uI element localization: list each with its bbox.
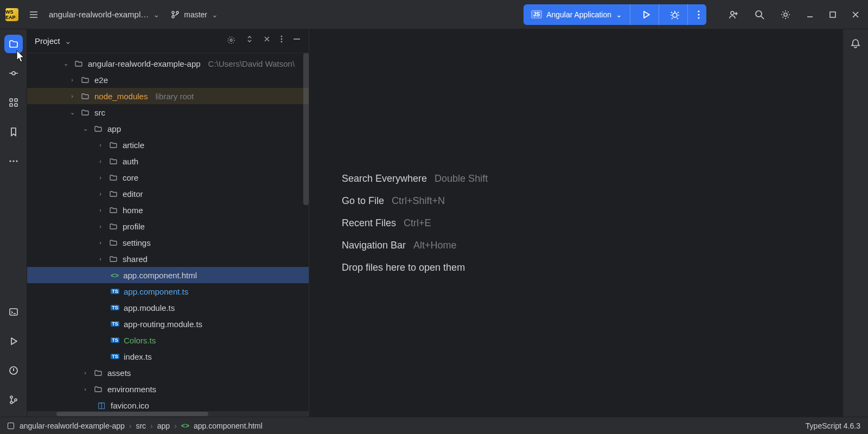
structure-tool-button[interactable] [4, 93, 23, 112]
hint-shortcut: Double Shift [435, 173, 488, 184]
chevron-right-icon: › [81, 369, 89, 376]
left-toolbar [0, 29, 27, 417]
minimize-icon[interactable] [806, 11, 814, 18]
run-tool-button[interactable] [4, 332, 23, 350]
tree-folder-environments[interactable]: › environments [27, 381, 309, 397]
tree-file-favicon[interactable]: ◫ favicon.ico [27, 397, 309, 411]
chevron-right-icon: › [174, 422, 177, 430]
crumb-item[interactable]: angular-realworld-example-app [20, 422, 125, 430]
svg-rect-13 [15, 99, 17, 101]
tree-file-app-module-ts[interactable]: TS app.module.ts [27, 299, 309, 316]
vertical-scrollbar[interactable] [303, 53, 309, 205]
commit-tool-button[interactable] [4, 64, 23, 82]
hint-label: Navigation Bar [342, 240, 406, 251]
crumb-item[interactable]: app.component.html [194, 422, 263, 430]
tree-folder-profile[interactable]: ›profile [27, 218, 309, 234]
svg-point-6 [698, 17, 699, 18]
chevron-down-icon: ⌄ [62, 60, 69, 67]
svg-point-27 [281, 39, 283, 40]
collapse-all-icon[interactable] [263, 35, 271, 47]
code-with-me-icon[interactable] [728, 9, 739, 20]
crumb-item[interactable]: app [157, 422, 170, 430]
chevron-down-icon: ⌄ [616, 10, 622, 19]
project-view-dropdown[interactable]: Project ⌄ [35, 36, 72, 46]
hint-label: Go to File [342, 195, 384, 207]
project-tool-button[interactable] [4, 35, 23, 53]
main-menu-button[interactable] [24, 9, 43, 20]
run-config-dropdown[interactable]: JS Angular Application ⌄ [524, 4, 630, 25]
folder-icon [108, 254, 118, 263]
svg-point-1 [176, 11, 178, 14]
run-button[interactable] [634, 4, 659, 25]
search-icon[interactable] [754, 9, 765, 20]
tree-folder-e2e[interactable]: › e2e [27, 72, 309, 88]
horizontal-scrollbar[interactable] [27, 411, 309, 417]
ts-file-icon: TS [111, 305, 119, 310]
maximize-icon[interactable] [829, 11, 837, 18]
titlebar: WS EAP angular-realworld-exampl… ⌄ maste… [0, 0, 868, 29]
tree-folder-editor[interactable]: ›editor [27, 186, 309, 202]
svg-rect-12 [10, 99, 12, 101]
html-file-icon: <> [181, 422, 189, 430]
tool-window-toggle-icon[interactable] [8, 423, 14, 429]
tree-folder-home[interactable]: ›home [27, 202, 309, 218]
editor-hint: Navigation BarAlt+Home [342, 240, 488, 251]
git-branch-dropdown[interactable]: master ⌄ [171, 10, 218, 19]
crumb-item[interactable]: src [136, 422, 146, 430]
ts-file-icon: TS [111, 321, 119, 327]
project-tree[interactable]: ⌄ angular-realworld-example-app C:\Users… [27, 53, 309, 411]
notifications-icon[interactable] [850, 38, 861, 417]
project-name-dropdown[interactable]: angular-realworld-exampl… ⌄ [49, 10, 160, 20]
chevron-right-icon: › [97, 207, 104, 213]
panel-options-icon[interactable] [280, 35, 283, 47]
tree-label: app.component.ts [124, 287, 188, 296]
debug-button[interactable] [662, 4, 688, 25]
terminal-tool-button[interactable] [4, 303, 23, 321]
close-icon[interactable] [852, 11, 859, 18]
chevron-right-icon: › [97, 158, 104, 164]
problems-tool-button[interactable] [4, 361, 23, 380]
select-opened-file-icon[interactable] [226, 35, 236, 47]
tree-file-app-component-ts[interactable]: TS app.component.ts [27, 283, 309, 299]
tree-label: app-routing.module.ts [124, 320, 202, 329]
svg-point-0 [172, 11, 174, 14]
tree-folder-shared[interactable]: ›shared [27, 251, 309, 267]
tree-folder-node-modules[interactable]: › node_modules library root [27, 88, 309, 104]
tree-file-index-ts[interactable]: TS index.ts [27, 348, 309, 365]
tree-folder-core[interactable]: ›core [27, 169, 309, 186]
run-more-button[interactable] [691, 4, 706, 25]
js-icon: JS [531, 10, 542, 18]
tree-folder-app[interactable]: ⌄ app [27, 120, 309, 137]
tree-label: profile [123, 222, 145, 231]
tree-root[interactable]: ⌄ angular-realworld-example-app C:\Users… [27, 55, 309, 72]
tree-file-app-routing-module-ts[interactable]: TS app-routing.module.ts [27, 316, 309, 332]
settings-icon[interactable] [780, 9, 791, 20]
more-tools-button[interactable] [4, 152, 23, 170]
svg-point-11 [12, 72, 15, 75]
tree-label: editor [123, 189, 143, 199]
vcs-tool-button[interactable] [4, 391, 23, 409]
folder-icon [93, 368, 103, 377]
breadcrumb[interactable]: angular-realworld-example-app › src › ap… [20, 422, 263, 430]
typescript-version[interactable]: TypeScript 4.6.3 [806, 422, 860, 430]
tree-file-colors-ts[interactable]: TS Colors.ts [27, 332, 309, 348]
chevron-down-icon: ⌄ [65, 36, 72, 46]
tree-folder-settings[interactable]: ›settings [27, 234, 309, 251]
workspace: Project ⌄ [0, 29, 868, 417]
svg-point-22 [10, 401, 12, 404]
editor-hint: Recent FilesCtrl+E [342, 218, 488, 229]
bookmarks-tool-button[interactable] [4, 123, 23, 141]
tree-folder-article[interactable]: ›article [27, 137, 309, 153]
tree-folder-src[interactable]: ⌄ src [27, 104, 309, 120]
tree-label: app [107, 124, 121, 133]
tree-folder-auth[interactable]: ›auth [27, 153, 309, 169]
editor-empty-state: Search EverywhereDouble ShiftGo to FileC… [309, 29, 843, 417]
tree-file-app-component-html[interactable]: <> app.component.html [27, 267, 309, 283]
hide-panel-icon[interactable] [292, 35, 301, 47]
expand-all-icon[interactable] [246, 35, 253, 47]
tree-path: C:\Users\David Watson\ [208, 59, 295, 68]
tree-folder-assets[interactable]: › assets [27, 365, 309, 381]
project-panel: Project ⌄ [27, 29, 309, 417]
tree-label: favicon.ico [111, 401, 149, 410]
svg-point-4 [698, 10, 699, 12]
